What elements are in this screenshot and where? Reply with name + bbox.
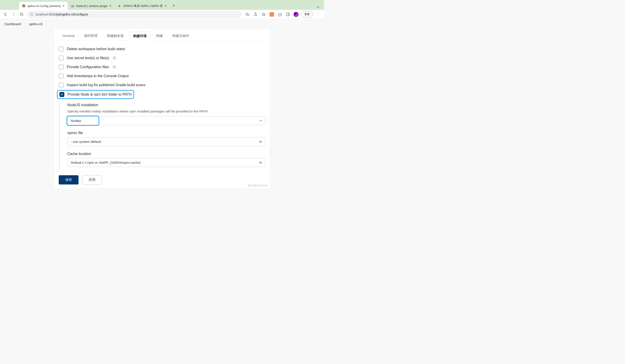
update-button[interactable]: 更新 xyxy=(302,11,313,17)
favicon-icon: 🤖 xyxy=(71,4,74,8)
breadcrumb-item[interactable]: Dashboard xyxy=(4,22,21,26)
reload-button[interactable] xyxy=(19,12,24,17)
metamask-icon[interactable] xyxy=(269,12,275,17)
tabs-dropdown-icon[interactable] xyxy=(315,4,321,10)
help-icon[interactable]: ? xyxy=(112,56,117,60)
browser-tabs: 👩 apifox-cli Config [Jenkins] × 🤖 NodeJS… xyxy=(19,0,321,10)
tab-title: Jenkins 集成 Apifox | Apifox 使 xyxy=(123,4,163,8)
checkbox-label: Delete workspace before build starts xyxy=(67,47,125,51)
npmrc-label: npmrc file xyxy=(67,131,265,135)
config-tabs: General 源码管理 构建触发器 构建环境 构建 构建后操作 xyxy=(54,29,270,40)
nodejs-installation-select[interactable]: Nodejs xyxy=(67,116,265,125)
option-node-path-highlight: Provide Node & npm bin/ folder to PATH xyxy=(57,90,134,99)
npmrc-select[interactable]: - use system default - xyxy=(67,137,265,146)
option-timestamps: Add timestamps to the Console Output xyxy=(59,72,265,81)
chevron-right-icon: 〉 xyxy=(45,22,48,26)
sidepanel-icon[interactable] xyxy=(285,12,291,17)
tab-scm[interactable]: 源码管理 xyxy=(80,31,101,40)
site-info-icon[interactable]: ⓘ xyxy=(30,12,33,16)
browser-tab-0[interactable]: 👩 apifox-cli Config [Jenkins] × xyxy=(19,2,68,10)
option-secret-files: Use secret text(s) or file(s) ? xyxy=(59,54,265,62)
option-delete-workspace: Delete workspace before build starts xyxy=(59,45,265,54)
checkbox[interactable] xyxy=(59,92,64,97)
favicon-icon: ◉ xyxy=(118,4,121,8)
footer-actions: 保存 应用 xyxy=(54,171,270,188)
option-config-files: Provide Configuration files ? xyxy=(59,62,265,72)
help-icon[interactable]: ? xyxy=(112,65,117,69)
checkbox-label: Inspect build log for published Gradle b… xyxy=(67,83,145,87)
browser-chrome: 👩 apifox-cli Config [Jenkins] × 🤖 NodeJS… xyxy=(0,0,324,19)
config-panel: General 源码管理 构建触发器 构建环境 构建 构建后操作 Delete … xyxy=(54,29,270,188)
apply-button[interactable]: 应用 xyxy=(82,175,102,184)
watermark: @稀土掘金技术社区 xyxy=(248,184,268,187)
translate-icon[interactable]: 文A xyxy=(245,12,250,17)
forward-button[interactable] xyxy=(11,12,16,17)
share-icon[interactable] xyxy=(253,12,258,17)
cache-location-select[interactable]: Default (~/.npm or %APP_DATA%\npm-cache) xyxy=(67,158,265,167)
close-tab-icon[interactable]: × xyxy=(109,4,111,8)
checkbox[interactable] xyxy=(59,56,64,61)
more-menu-icon[interactable]: ⋮ xyxy=(315,12,321,17)
tab-build-env[interactable]: 构建环境 xyxy=(129,31,151,40)
close-tab-icon[interactable]: × xyxy=(164,4,166,8)
tab-title: NodeJS | Jenkins plugin xyxy=(76,4,108,8)
tab-post-build[interactable]: 构建后操作 xyxy=(168,31,193,40)
nodejs-heading: NodeJS Installation xyxy=(67,103,265,107)
option-gradle-scan: Inspect build log for published Gradle b… xyxy=(59,81,265,90)
tab-triggers[interactable]: 构建触发器 xyxy=(103,31,127,40)
checkbox-label: Add timestamps to the Console Output xyxy=(67,74,129,78)
nodejs-description: Specify needed nodejs installation where… xyxy=(67,109,265,113)
checkbox-label: Provide Configuration files xyxy=(67,65,109,69)
checkbox-label: Use secret text(s) or file(s) xyxy=(67,56,109,60)
browser-tab-2[interactable]: ◉ Jenkins 集成 Apifox | Apifox 使 × xyxy=(115,2,170,10)
favicon-icon: 👩 xyxy=(22,4,26,8)
browser-toolbar: ⓘ localhost:8080/job/apifox-cli/configur… xyxy=(0,10,324,19)
profile-avatar[interactable] xyxy=(293,12,299,17)
form-area: Delete workspace before build starts Use… xyxy=(54,40,270,171)
close-tab-icon[interactable]: × xyxy=(62,4,64,8)
browser-tab-1[interactable]: 🤖 NodeJS | Jenkins plugin × xyxy=(68,2,115,10)
svg-text:A: A xyxy=(248,14,249,16)
tab-build[interactable]: 构建 xyxy=(152,31,167,40)
url-text: localhost:8080/job/apifox-cli/configure xyxy=(35,13,88,16)
nodejs-section: NodeJS Installation Specify needed nodej… xyxy=(59,101,265,169)
svg-rect-4 xyxy=(286,13,289,16)
breadcrumb-item[interactable]: apifox-cli xyxy=(29,22,42,26)
address-bar[interactable]: ⓘ localhost:8080/job/apifox-cli/configur… xyxy=(27,11,242,18)
checkbox[interactable] xyxy=(59,83,64,88)
back-button[interactable] xyxy=(3,12,8,17)
checkbox[interactable] xyxy=(59,74,64,79)
maximize-window[interactable] xyxy=(12,4,14,6)
cache-location-label: Cache location xyxy=(67,152,265,156)
extensions-icon[interactable] xyxy=(277,12,282,17)
checkbox[interactable] xyxy=(59,47,64,52)
bookmark-icon[interactable] xyxy=(261,12,266,17)
close-window[interactable] xyxy=(3,4,5,6)
breadcrumb: Dashboard 〉 apifox-cli 〉 xyxy=(0,19,324,29)
tab-general[interactable]: General xyxy=(59,31,78,40)
minimize-window[interactable] xyxy=(7,4,10,6)
chevron-right-icon: 〉 xyxy=(24,22,26,26)
tab-title: apifox-cli Config [Jenkins] xyxy=(28,4,61,8)
new-tab-button[interactable]: + xyxy=(170,1,178,10)
save-button[interactable]: 保存 xyxy=(59,175,79,184)
window-controls xyxy=(3,4,14,6)
checkbox[interactable] xyxy=(59,64,64,69)
checkbox-label: Provide Node & npm bin/ folder to PATH xyxy=(67,92,132,96)
